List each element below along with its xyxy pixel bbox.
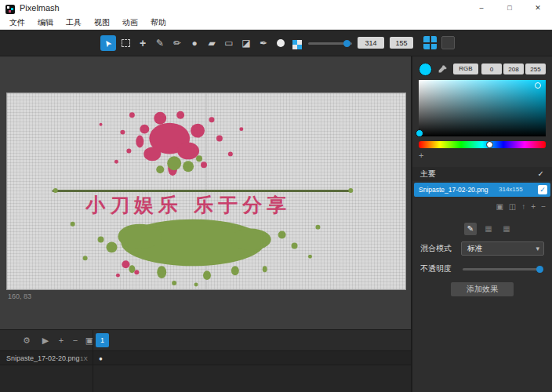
remove-frame-button[interactable]: − — [69, 330, 82, 350]
timeline-settings-button[interactable]: ⚙ — [20, 330, 33, 350]
add-frame-button[interactable]: + — [55, 330, 67, 350]
fill-tool-button[interactable]: ● — [187, 35, 202, 51]
add-layer-button[interactable]: + — [531, 202, 536, 211]
eyedropper-icon[interactable] — [438, 64, 448, 78]
pen-tool-button[interactable]: ✒ — [256, 35, 271, 51]
menu-item-edit[interactable]: 编辑 — [31, 16, 60, 30]
duplicate-layer-button[interactable]: ▣ — [496, 202, 503, 211]
brush-tool-button[interactable]: ✏ — [169, 35, 185, 51]
smudge-tool-button[interactable]: ◪ — [238, 35, 254, 51]
menu-item-view[interactable]: 视图 — [88, 16, 116, 30]
frame-repeat-count[interactable]: 1X — [80, 351, 88, 366]
opacity-label: 不透明度 — [420, 262, 452, 276]
effects-header: ✎ ▦ ▦ — [464, 223, 513, 235]
pen-icon: ✒ — [260, 38, 267, 49]
hue-slider-handle[interactable] — [486, 141, 493, 148]
sv-marker[interactable] — [535, 82, 541, 89]
brush-size-slider[interactable] — [308, 42, 352, 45]
blend-mode-row: 混合模式 标准 ▾ — [412, 241, 552, 256]
add-swatch-button[interactable]: + — [419, 151, 423, 160]
color-mode-button[interactable]: RGB — [453, 64, 478, 74]
merge-layer-button[interactable]: ◫ — [509, 202, 516, 211]
move-icon: + — [140, 37, 146, 49]
pattern-icon[interactable] — [292, 38, 302, 53]
timeline-layer-name: Snipaste_17-02-20.png — [6, 351, 80, 366]
sidebar: RGB + 主要 ✓ Snipaste_17-02-20.png 314x155… — [412, 56, 552, 392]
marquee-tool-button[interactable] — [118, 35, 133, 51]
play-button[interactable]: ▶ — [39, 330, 52, 350]
opacity-slider-handle[interactable] — [536, 266, 543, 273]
pink-dots — [116, 260, 139, 277]
brush-size-slider-handle[interactable] — [343, 40, 350, 47]
duplicate-frame-button[interactable]: ▣ — [83, 330, 96, 350]
grid-view-button[interactable] — [423, 36, 437, 49]
blend-mode-value: 标准 — [467, 242, 482, 255]
value-slider-handle[interactable] — [416, 129, 423, 137]
move-tool-button[interactable]: + — [135, 35, 151, 51]
menu-item-animation[interactable]: 动画 — [116, 16, 144, 30]
menu-item-help[interactable]: 帮助 — [144, 16, 172, 30]
remove-layer-button[interactable]: − — [541, 202, 546, 211]
opacity-slider[interactable] — [463, 268, 543, 270]
layer-group-label: 主要 — [420, 167, 436, 181]
menubar: 文件 编辑 工具 视图 动画 帮助 — [0, 16, 552, 30]
layer-size: 314x155 — [499, 183, 523, 197]
single-view-button[interactable] — [441, 36, 455, 49]
toolbar: ➤ + ✎ ✏ ● ▰ ▭ ◪ ✒ — [0, 30, 552, 56]
layer-visibility-checkbox[interactable]: ✓ — [538, 185, 547, 194]
timeline-panel: ⚙ ▶ + − ▣ 1 Snipaste_17-02-20.png 1X ● — [0, 329, 411, 392]
layer-effects-icon[interactable]: ✎ — [464, 223, 477, 235]
close-button[interactable]: ✕ — [524, 0, 552, 16]
timeline-divider — [93, 330, 93, 392]
shape-icon: ▭ — [224, 38, 233, 49]
layer-name: Snipaste_17-02-20.png — [419, 183, 488, 197]
chevron-down-icon: ▾ — [536, 242, 539, 255]
color-value-r[interactable] — [481, 64, 502, 74]
effects-grid-icon-2[interactable]: ▦ — [500, 223, 513, 235]
menu-item-file[interactable]: 文件 — [3, 16, 31, 30]
layer-group-row[interactable]: 主要 ✓ — [412, 167, 552, 181]
brush-shape-icon[interactable] — [277, 39, 285, 47]
timeline-controls: ⚙ ▶ + − ▣ 1 — [0, 330, 411, 350]
add-effect-button[interactable]: 添加效果 — [451, 282, 514, 296]
color-value-b[interactable] — [525, 64, 546, 74]
move-layer-up-button[interactable]: ↑ — [521, 202, 525, 211]
blend-mode-label: 混合模式 — [420, 241, 452, 256]
pencil-icon: ✎ — [156, 38, 164, 49]
canvas-art: 小刀娱乐 乐于分享 — [7, 93, 405, 289]
minimize-button[interactable]: – — [467, 0, 496, 16]
opacity-row: 不透明度 — [412, 262, 552, 276]
hue-slider[interactable] — [419, 141, 546, 148]
main-area: 小刀娱乐 乐于分享 — [0, 56, 552, 392]
fill-icon: ● — [191, 38, 197, 49]
effects-grid-icon-1[interactable]: ▦ — [482, 223, 495, 235]
canvas[interactable]: 小刀娱乐 乐于分享 — [6, 93, 406, 290]
layer-row-selected[interactable]: Snipaste_17-02-20.png 314x155 ✓ — [414, 183, 550, 197]
saturation-value-picker[interactable] — [419, 80, 546, 136]
color-value-g[interactable] — [503, 64, 524, 74]
maximize-button[interactable]: □ — [496, 0, 524, 16]
pixelmash-window: Pixelmash – □ ✕ 文件 编辑 工具 视图 动画 帮助 ➤ + ✎ … — [0, 0, 552, 392]
horizontal-stroke — [53, 190, 352, 192]
group-visibility-toggle[interactable]: ✓ — [538, 167, 544, 181]
pencil-tool-button[interactable]: ✎ — [152, 35, 168, 51]
eraser-icon: ▰ — [208, 38, 215, 49]
canvas-pane: 小刀娱乐 乐于分享 — [0, 56, 411, 392]
smudge-icon: ◪ — [242, 38, 250, 49]
canvas-width-field[interactable] — [358, 37, 384, 49]
window-title: Pixelmash — [20, 0, 60, 16]
shape-tool-button[interactable]: ▭ — [221, 35, 237, 51]
frame-1[interactable]: 1 — [96, 333, 109, 347]
timeline-layer-row[interactable]: Snipaste_17-02-20.png 1X ● — [0, 350, 411, 365]
keyframe-dot[interactable]: ● — [99, 351, 103, 366]
menu-item-tools[interactable]: 工具 — [60, 16, 88, 30]
eraser-tool-button[interactable]: ▰ — [204, 35, 220, 51]
blend-mode-dropdown[interactable]: 标准 ▾ — [461, 241, 544, 256]
window-controls: – □ ✕ — [467, 0, 552, 16]
select-tool-button[interactable]: ➤ — [100, 35, 116, 51]
app-logo-icon — [5, 3, 15, 13]
canvas-height-field[interactable] — [390, 37, 413, 49]
cursor-icon: ➤ — [102, 37, 114, 49]
current-color-swatch[interactable] — [419, 63, 432, 76]
green-splat — [71, 220, 321, 287]
